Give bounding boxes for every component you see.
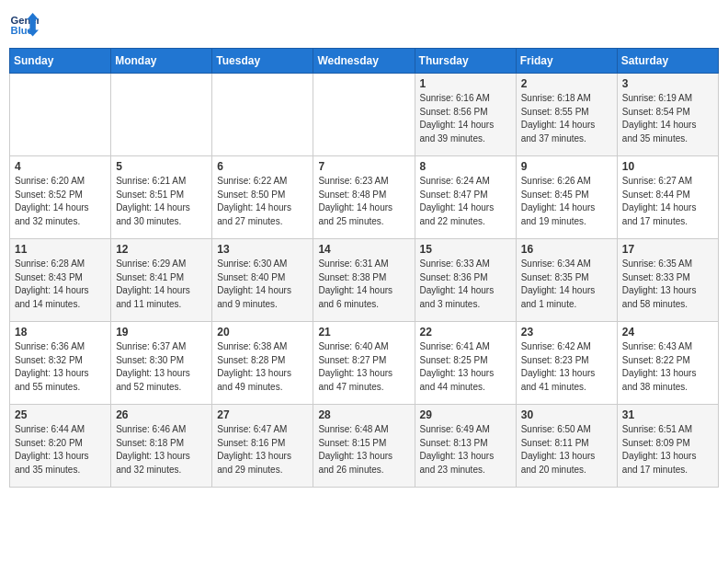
- day-info: Sunrise: 6:37 AM Sunset: 8:30 PM Dayligh…: [116, 340, 207, 394]
- day-cell: 24Sunrise: 6:43 AM Sunset: 8:22 PM Dayli…: [617, 322, 718, 405]
- day-number: 8: [420, 160, 511, 173]
- day-cell: 17Sunrise: 6:35 AM Sunset: 8:33 PM Dayli…: [617, 239, 718, 322]
- day-cell: [313, 74, 415, 156]
- day-of-week-wednesday: Wednesday: [313, 49, 415, 74]
- day-cell: 12Sunrise: 6:29 AM Sunset: 8:41 PM Dayli…: [111, 239, 212, 322]
- day-number: 17: [622, 243, 713, 256]
- day-number: 23: [521, 326, 612, 339]
- day-cell: 28Sunrise: 6:48 AM Sunset: 8:15 PM Dayli…: [313, 405, 415, 488]
- day-cell: 9Sunrise: 6:26 AM Sunset: 8:45 PM Daylig…: [516, 156, 617, 239]
- day-number: 7: [318, 160, 409, 173]
- day-number: 4: [15, 160, 106, 173]
- day-number: 24: [622, 326, 713, 339]
- week-row-2: 4Sunrise: 6:20 AM Sunset: 8:52 PM Daylig…: [10, 156, 719, 239]
- day-of-week-tuesday: Tuesday: [212, 49, 313, 74]
- day-of-week-monday: Monday: [111, 49, 212, 74]
- day-number: 6: [217, 160, 308, 173]
- day-cell: 5Sunrise: 6:21 AM Sunset: 8:51 PM Daylig…: [111, 156, 212, 239]
- day-of-week-saturday: Saturday: [617, 49, 718, 74]
- day-number: 18: [15, 326, 106, 339]
- week-row-4: 18Sunrise: 6:36 AM Sunset: 8:32 PM Dayli…: [10, 322, 719, 405]
- day-info: Sunrise: 6:19 AM Sunset: 8:54 PM Dayligh…: [622, 92, 713, 145]
- day-info: Sunrise: 6:40 AM Sunset: 8:27 PM Dayligh…: [318, 340, 409, 394]
- day-info: Sunrise: 6:36 AM Sunset: 8:32 PM Dayligh…: [15, 340, 106, 394]
- page-header: General Blue: [9, 9, 719, 39]
- day-info: Sunrise: 6:49 AM Sunset: 8:13 PM Dayligh…: [420, 423, 511, 477]
- day-cell: [212, 74, 313, 156]
- day-number: 11: [15, 243, 106, 256]
- day-cell: 18Sunrise: 6:36 AM Sunset: 8:32 PM Dayli…: [10, 322, 111, 405]
- day-number: 12: [116, 243, 207, 256]
- day-number: 15: [420, 243, 511, 256]
- day-number: 16: [521, 243, 612, 256]
- day-info: Sunrise: 6:24 AM Sunset: 8:47 PM Dayligh…: [420, 175, 511, 228]
- day-cell: 16Sunrise: 6:34 AM Sunset: 8:35 PM Dayli…: [516, 239, 617, 322]
- day-cell: 25Sunrise: 6:44 AM Sunset: 8:20 PM Dayli…: [10, 405, 111, 488]
- day-info: Sunrise: 6:38 AM Sunset: 8:28 PM Dayligh…: [217, 340, 308, 394]
- day-number: 9: [521, 160, 612, 173]
- day-number: 2: [521, 77, 612, 90]
- day-cell: 27Sunrise: 6:47 AM Sunset: 8:16 PM Dayli…: [212, 405, 313, 488]
- week-row-5: 25Sunrise: 6:44 AM Sunset: 8:20 PM Dayli…: [10, 405, 719, 488]
- day-info: Sunrise: 6:26 AM Sunset: 8:45 PM Dayligh…: [521, 175, 612, 228]
- day-cell: 8Sunrise: 6:24 AM Sunset: 8:47 PM Daylig…: [415, 156, 516, 239]
- week-row-1: 1Sunrise: 6:16 AM Sunset: 8:56 PM Daylig…: [10, 74, 719, 156]
- day-cell: [10, 74, 111, 156]
- day-number: 3: [622, 77, 713, 90]
- day-number: 5: [116, 160, 207, 173]
- day-info: Sunrise: 6:48 AM Sunset: 8:15 PM Dayligh…: [318, 423, 409, 477]
- day-number: 26: [116, 408, 207, 421]
- day-cell: 10Sunrise: 6:27 AM Sunset: 8:44 PM Dayli…: [617, 156, 718, 239]
- day-number: 20: [217, 326, 308, 339]
- day-info: Sunrise: 6:33 AM Sunset: 8:36 PM Dayligh…: [420, 258, 511, 311]
- day-info: Sunrise: 6:30 AM Sunset: 8:40 PM Dayligh…: [217, 258, 308, 311]
- day-cell: 31Sunrise: 6:51 AM Sunset: 8:09 PM Dayli…: [617, 405, 718, 488]
- day-info: Sunrise: 6:16 AM Sunset: 8:56 PM Dayligh…: [420, 92, 511, 145]
- logo-icon: General Blue: [9, 9, 39, 39]
- day-cell: 23Sunrise: 6:42 AM Sunset: 8:23 PM Dayli…: [516, 322, 617, 405]
- week-row-3: 11Sunrise: 6:28 AM Sunset: 8:43 PM Dayli…: [10, 239, 719, 322]
- day-cell: 6Sunrise: 6:22 AM Sunset: 8:50 PM Daylig…: [212, 156, 313, 239]
- day-info: Sunrise: 6:22 AM Sunset: 8:50 PM Dayligh…: [217, 175, 308, 228]
- day-number: 30: [521, 408, 612, 421]
- day-number: 21: [318, 326, 409, 339]
- day-info: Sunrise: 6:42 AM Sunset: 8:23 PM Dayligh…: [521, 340, 612, 394]
- day-info: Sunrise: 6:34 AM Sunset: 8:35 PM Dayligh…: [521, 258, 612, 311]
- day-cell: 22Sunrise: 6:41 AM Sunset: 8:25 PM Dayli…: [415, 322, 516, 405]
- day-cell: 2Sunrise: 6:18 AM Sunset: 8:55 PM Daylig…: [516, 74, 617, 156]
- logo: General Blue: [9, 9, 39, 39]
- day-cell: 14Sunrise: 6:31 AM Sunset: 8:38 PM Dayli…: [313, 239, 415, 322]
- day-cell: 13Sunrise: 6:30 AM Sunset: 8:40 PM Dayli…: [212, 239, 313, 322]
- day-info: Sunrise: 6:27 AM Sunset: 8:44 PM Dayligh…: [622, 175, 713, 228]
- day-cell: 3Sunrise: 6:19 AM Sunset: 8:54 PM Daylig…: [617, 74, 718, 156]
- day-number: 29: [420, 408, 511, 421]
- day-info: Sunrise: 6:29 AM Sunset: 8:41 PM Dayligh…: [116, 258, 207, 311]
- day-number: 1: [420, 77, 511, 90]
- day-info: Sunrise: 6:28 AM Sunset: 8:43 PM Dayligh…: [15, 258, 106, 311]
- day-of-week-friday: Friday: [516, 49, 617, 74]
- day-info: Sunrise: 6:43 AM Sunset: 8:22 PM Dayligh…: [622, 340, 713, 394]
- day-info: Sunrise: 6:35 AM Sunset: 8:33 PM Dayligh…: [622, 258, 713, 311]
- day-info: Sunrise: 6:46 AM Sunset: 8:18 PM Dayligh…: [116, 423, 207, 477]
- day-number: 19: [116, 326, 207, 339]
- day-of-week-thursday: Thursday: [415, 49, 516, 74]
- calendar-table: SundayMondayTuesdayWednesdayThursdayFrid…: [9, 48, 719, 488]
- day-info: Sunrise: 6:21 AM Sunset: 8:51 PM Dayligh…: [116, 175, 207, 228]
- day-number: 22: [420, 326, 511, 339]
- day-cell: 15Sunrise: 6:33 AM Sunset: 8:36 PM Dayli…: [415, 239, 516, 322]
- day-number: 10: [622, 160, 713, 173]
- day-number: 27: [217, 408, 308, 421]
- day-number: 13: [217, 243, 308, 256]
- day-info: Sunrise: 6:31 AM Sunset: 8:38 PM Dayligh…: [318, 258, 409, 311]
- day-number: 31: [622, 408, 713, 421]
- day-info: Sunrise: 6:18 AM Sunset: 8:55 PM Dayligh…: [521, 92, 612, 145]
- day-cell: 30Sunrise: 6:50 AM Sunset: 8:11 PM Dayli…: [516, 405, 617, 488]
- day-number: 14: [318, 243, 409, 256]
- day-of-week-sunday: Sunday: [10, 49, 111, 74]
- day-info: Sunrise: 6:20 AM Sunset: 8:52 PM Dayligh…: [15, 175, 106, 228]
- day-info: Sunrise: 6:47 AM Sunset: 8:16 PM Dayligh…: [217, 423, 308, 477]
- day-cell: 19Sunrise: 6:37 AM Sunset: 8:30 PM Dayli…: [111, 322, 212, 405]
- day-cell: 21Sunrise: 6:40 AM Sunset: 8:27 PM Dayli…: [313, 322, 415, 405]
- day-cell: 11Sunrise: 6:28 AM Sunset: 8:43 PM Dayli…: [10, 239, 111, 322]
- day-cell: 26Sunrise: 6:46 AM Sunset: 8:18 PM Dayli…: [111, 405, 212, 488]
